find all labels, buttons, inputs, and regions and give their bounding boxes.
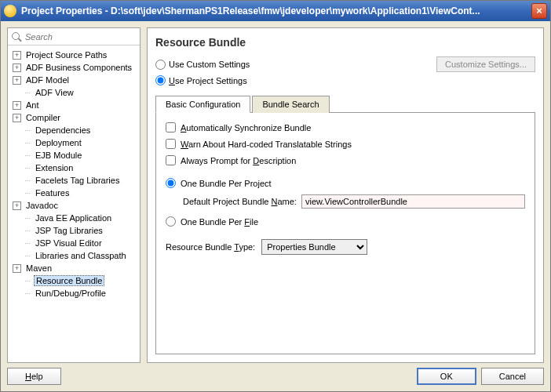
tree-item-label: ADF View — [34, 88, 75, 97]
tree-item[interactable]: +Maven — [9, 262, 138, 274]
tree-item[interactable]: +Javadoc — [9, 199, 138, 212]
tree-item-label: Libraries and Classpath — [34, 251, 128, 260]
tree-item[interactable]: +Project Source Paths — [9, 49, 138, 61]
panel-title: Resource Bundle — [155, 36, 535, 49]
ok-button[interactable]: OK — [417, 368, 476, 385]
cancel-button[interactable]: Cancel — [481, 368, 544, 385]
tree-item[interactable]: +Compiler — [9, 111, 138, 124]
tree-item-label: Compiler — [24, 113, 62, 122]
tree-item-label: Javadoc — [24, 201, 60, 210]
default-bundle-name-input[interactable] — [301, 194, 525, 209]
use-project-label: Use Project Settings — [169, 76, 247, 85]
titlebar: Project Properties - D:\soft\jdev\Sherma… — [1, 1, 550, 21]
settings-panel: Resource Bundle Use Custom Settings Cust… — [147, 27, 544, 363]
expand-icon[interactable]: + — [13, 51, 21, 60]
tree-item[interactable]: JSP Tag Libraries — [9, 224, 138, 237]
tree-item-label: Features — [34, 188, 71, 198]
search-icon — [11, 31, 22, 42]
bundle-type-select[interactable]: Properties Bundle — [261, 239, 367, 255]
tree-item-label: Java EE Application — [34, 213, 113, 223]
default-bundle-name-label: Default Project Bundle Name: — [183, 197, 297, 206]
use-custom-label: Use Custom Settings — [169, 60, 250, 69]
bundle-type-label: Resource Bundle Type: — [166, 242, 255, 252]
tree-item-label: ADF Model — [24, 75, 71, 85]
tree-item[interactable]: Dependencies — [9, 124, 138, 136]
auto-sync-label: Automatically Synchronize Bundle — [181, 123, 311, 132]
expand-icon[interactable]: + — [13, 114, 21, 122]
tab-basic-configuration[interactable]: Basic Configuration — [155, 96, 250, 113]
one-per-project-label: One Bundle Per Project — [181, 179, 272, 188]
expand-icon[interactable]: + — [13, 101, 21, 110]
tree-item[interactable]: Resource Bundle — [9, 274, 138, 287]
tree-item-label: Project Source Paths — [24, 50, 108, 60]
tree-item[interactable]: Run/Debug/Profile — [9, 287, 138, 299]
tree-item-label: Ant — [24, 100, 41, 110]
tree-item[interactable]: +Ant — [9, 99, 138, 111]
tree-item-label: Dependencies — [34, 125, 92, 135]
tab-bar: Basic Configuration Bundle Search — [155, 95, 535, 113]
tree-item-label: JSP Visual Editor — [34, 238, 104, 248]
tree-item[interactable]: +ADF Model — [9, 74, 138, 86]
tree-item-label: Maven — [24, 263, 53, 273]
tree-item[interactable]: Libraries and Classpath — [9, 249, 138, 262]
search-box — [8, 28, 140, 45]
tree-item[interactable]: EJB Module — [9, 149, 138, 162]
tab-content: Automatically Synchronize Bundle Warn Ab… — [155, 113, 535, 354]
category-tree[interactable]: +Project Source Paths+ADF Business Compo… — [8, 45, 140, 362]
tree-item[interactable]: ADF View — [9, 86, 138, 99]
close-button[interactable]: × — [531, 3, 547, 19]
warn-hardcoded-checkbox[interactable] — [166, 139, 176, 149]
tree-item[interactable]: +ADF Business Components — [9, 61, 138, 74]
window-title: Project Properties - D:\soft\jdev\Sherma… — [21, 5, 531, 16]
expand-icon[interactable]: + — [13, 201, 21, 210]
app-icon — [4, 5, 16, 17]
use-project-radio[interactable] — [155, 75, 166, 85]
tree-item[interactable]: JSP Visual Editor — [9, 237, 138, 249]
tree-item[interactable]: Features — [9, 187, 138, 199]
one-per-project-radio[interactable] — [166, 178, 176, 188]
use-custom-radio[interactable] — [155, 60, 166, 70]
one-per-file-radio[interactable] — [166, 216, 176, 227]
expand-icon[interactable]: + — [13, 64, 21, 72]
tree-item-label: Deployment — [34, 138, 83, 147]
help-button[interactable]: Help — [7, 368, 61, 385]
warn-hardcoded-label: Warn About Hard-coded Translatable Strin… — [181, 140, 352, 149]
sidebar: +Project Source Paths+ADF Business Compo… — [7, 27, 140, 363]
tree-item[interactable]: Extension — [9, 162, 138, 174]
tree-item[interactable]: Java EE Application — [9, 212, 138, 224]
tree-item-label: Extension — [34, 163, 75, 172]
customize-settings-button: Customize Settings... — [436, 56, 535, 72]
button-bar: Help OK Cancel — [7, 368, 544, 385]
one-per-file-label: One Bundle Per File — [181, 217, 258, 227]
search-input[interactable] — [25, 32, 137, 42]
tree-item-label: Run/Debug/Profile — [34, 289, 108, 298]
tree-item-label: ADF Business Components — [24, 63, 133, 72]
tree-item-label: JSP Tag Libraries — [34, 226, 104, 235]
tree-item-label: Facelets Tag Libraries — [34, 176, 121, 185]
prompt-description-checkbox[interactable] — [166, 155, 176, 165]
expand-icon[interactable]: + — [13, 264, 21, 273]
tree-item[interactable]: Deployment — [9, 136, 138, 149]
tab-bundle-search[interactable]: Bundle Search — [252, 96, 329, 113]
tree-item[interactable]: Facelets Tag Libraries — [9, 174, 138, 187]
auto-sync-checkbox[interactable] — [166, 122, 176, 132]
expand-icon[interactable]: + — [13, 76, 21, 85]
tree-item-label: Resource Bundle — [34, 275, 104, 286]
prompt-description-label: Always Prompt for Description — [181, 156, 296, 165]
tree-item-label: EJB Module — [34, 151, 83, 160]
